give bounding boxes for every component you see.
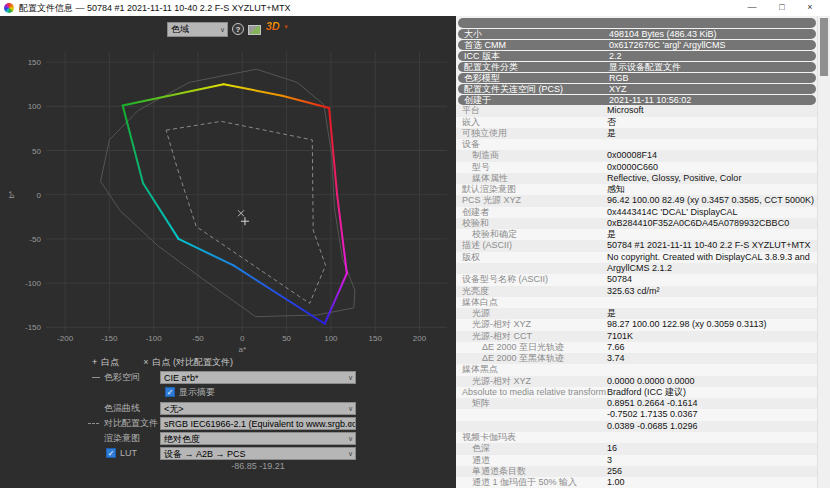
svg-text:0: 0: [37, 191, 42, 200]
row-value: ArgyllCMS 2.1.2: [607, 263, 672, 274]
whitepoint-comparison-label: 白点 (对比配置文件): [153, 356, 234, 369]
row-label: ΔE 2000 至日光轨迹: [482, 342, 564, 353]
row-label: ICC 版本: [464, 51, 500, 62]
row-value: 感知: [607, 184, 625, 195]
rendering-intent-value: 绝对色度: [164, 434, 200, 444]
row-value: 是: [607, 128, 616, 139]
table-row: 配置文件关连空间 (PCS)XYZ: [458, 84, 816, 95]
row-value: 0x4443414C 'DCAL' DisplayCAL: [607, 207, 738, 218]
table-row: 首选 CMM0x6172676C 'argl' ArgyllCMS: [458, 40, 816, 51]
table-row: 光源-相对 XYZ0.0000 0.0000 0.0000: [456, 376, 818, 387]
chevron-down-icon: ∨: [348, 403, 353, 415]
svg-text:50: 50: [32, 147, 41, 156]
tone-curve-select[interactable]: <无> ∨: [160, 402, 356, 415]
row-value: XYZ: [609, 84, 627, 95]
row-label: 首选 CMM: [464, 40, 506, 51]
row-label: 色深: [472, 443, 490, 454]
table-row: 嵌入否: [456, 117, 818, 128]
row-value: 0.0000 0.0000 0.0000: [607, 376, 695, 387]
table-row: 单通道条目数256: [456, 466, 818, 477]
rendering-intent-select[interactable]: 绝对色度 ∨: [160, 432, 356, 445]
save-image-icon[interactable]: [248, 25, 261, 35]
comparison-profile-select[interactable]: sRGB IEC61966-2.1 (Equivalent to www.srg…: [160, 417, 356, 430]
row-label: 矩阵: [472, 398, 490, 409]
row-label: 描述 (ASCII): [462, 240, 512, 251]
plot-panel: 色域 ∨ ? 3D ▼ -200-150-100-50050100150200-…: [0, 16, 456, 488]
maximize-button[interactable]: □: [770, 0, 794, 16]
row-label: 光源: [472, 308, 490, 319]
row-value: 498104 Bytes (486.43 KiB): [609, 29, 717, 40]
table-row: 矩阵0.8951 0.2664 -0.1614: [456, 398, 818, 409]
table-row: 创建于2021-11-11 10:56:02: [458, 95, 816, 106]
help-icon[interactable]: ?: [232, 23, 244, 35]
table-row: 创建者0x4443414C 'DCAL' DisplayCAL: [456, 207, 818, 218]
cursor-coordinates: -86.85 -19.21: [160, 461, 356, 471]
row-label: PCS 光源 XYZ: [462, 195, 521, 206]
minimize-button[interactable]: —: [740, 0, 764, 16]
row-label: ΔE 2000 至黑体轨迹: [482, 353, 564, 364]
row-value: 50784: [607, 274, 632, 285]
table-row: 校验和0xB284410F352A0C6DA45A0789932CBBC0: [456, 218, 818, 229]
row-label: 制造商: [472, 150, 499, 161]
chevron-down-icon: ∨: [348, 418, 353, 430]
row-value: 是: [607, 229, 616, 240]
svg-text:100: 100: [28, 102, 42, 111]
svg-text:-50: -50: [29, 235, 41, 244]
plus-marker-icon: +: [92, 357, 97, 367]
row-label: 可独立使用: [462, 128, 507, 139]
show-summary-label: 显示摘要: [179, 386, 215, 399]
row-value: Bradford (ICC 建议): [607, 387, 686, 398]
solid-line-legend-icon: [92, 377, 100, 378]
colorspace-select[interactable]: CIE a*b* ∨: [160, 371, 356, 384]
view-3d-dropdown-arrow[interactable]: ▼: [283, 24, 289, 30]
plot-type-select[interactable]: 色域 ∨: [167, 22, 228, 37]
row-label: 型号: [472, 162, 490, 173]
row-label: 媒体黑点: [462, 364, 498, 375]
plot-type-value: 色域: [171, 24, 189, 34]
row-value: 3: [607, 455, 612, 466]
row-label: 校验和: [462, 218, 489, 229]
svg-text:150: 150: [369, 334, 383, 343]
scrollbar-thumb[interactable]: [820, 18, 828, 76]
row-value: 2021-11-11 10:56:02: [609, 95, 691, 106]
table-row: 版权No copyright. Created with DisplayCAL …: [456, 252, 818, 263]
row-label: 默认渲染意图: [462, 184, 516, 195]
table-row: 光源-相对 XYZ98.27 100.00 122.98 (xy 0.3059 …: [456, 319, 818, 330]
row-label: 校验和确定: [472, 229, 517, 240]
row-label: 媒体白点: [462, 297, 498, 308]
table-row: 色深16: [456, 443, 818, 454]
svg-text:-100: -100: [25, 279, 42, 288]
window-title: 配置文件信息 — 50784 #1 2021-11-11 10-40 2.2 F…: [19, 0, 291, 16]
colorspace-label: 色彩空间: [104, 371, 140, 384]
profile-info-window: 配置文件信息 — 50784 #1 2021-11-11 10-40 2.2 F…: [0, 0, 830, 488]
gamut-chart[interactable]: -200-150-100-50050100150200-150-100-5005…: [0, 44, 456, 356]
table-row: 配置文件分类显示设备配置文件: [458, 62, 816, 73]
row-label: 通道: [472, 455, 490, 466]
row-label: 平台: [462, 105, 480, 116]
lut-select[interactable]: 设备 → A2B → PCS ∨: [160, 447, 356, 460]
view-3d-button[interactable]: 3D: [266, 20, 280, 32]
row-label: Absolute to media relative transform: [462, 387, 606, 398]
table-row: -0.7502 1.7135 0.0367: [456, 409, 818, 420]
table-row: ΔE 2000 至黑体轨迹3.74: [456, 353, 818, 364]
whitepoint-legend: + 白点 × 白点 (对比配置文件): [92, 357, 233, 367]
row-value: No copyright. Created with DisplayCAL 3.…: [607, 252, 810, 263]
row-value: 是: [607, 308, 616, 319]
lut-label: LUT: [120, 447, 137, 460]
row-value: 50784 #1 2021-11-11 10-40 2.2 F-S XYZLUT…: [607, 240, 811, 251]
row-label: 配置文件分类: [464, 62, 518, 73]
row-value: 0x00008F14: [607, 150, 657, 161]
comparison-profile-value: sRGB IEC61966-2.1 (Equivalent to www.srg…: [164, 419, 356, 429]
row-label: 光亮度: [462, 286, 489, 297]
row-label: 版权: [462, 252, 480, 263]
scrollbar-track[interactable]: [817, 16, 830, 488]
svg-text:0: 0: [240, 334, 245, 343]
close-button[interactable]: ×: [798, 0, 822, 16]
show-summary-checkbox[interactable]: ✓: [165, 387, 175, 397]
row-label: 光源-相对 XYZ: [472, 319, 531, 330]
displaycal-profile-icon: [4, 3, 14, 13]
lut-checkbox[interactable]: ✓: [106, 448, 116, 458]
comparison-profile-label: 对比配置文件: [104, 417, 158, 430]
row-value: 0.0389 -0.0685 1.0296: [607, 421, 698, 432]
svg-text:-100: -100: [146, 334, 163, 343]
